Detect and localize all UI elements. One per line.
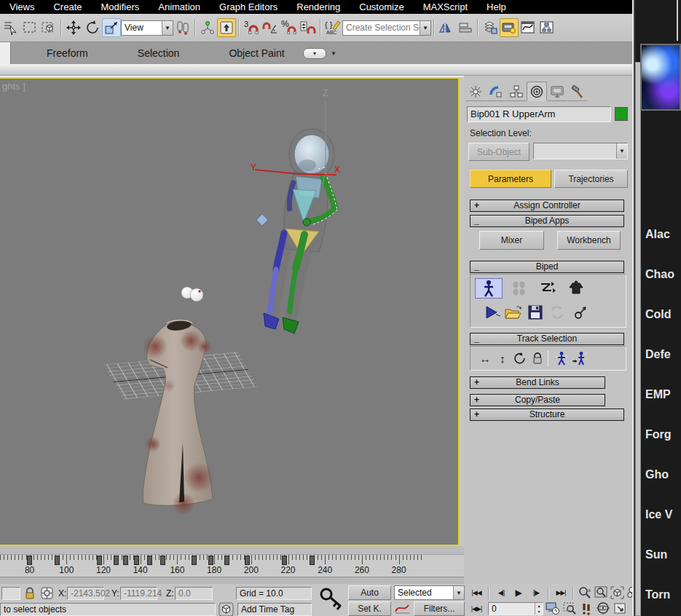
convert-button[interactable] [548,303,567,322]
layer-manager-icon[interactable] [481,18,500,37]
timeline-key[interactable] [27,556,32,565]
timeline-key[interactable] [123,556,128,565]
biped-playback-button[interactable] [484,303,503,322]
rectangular-selection-icon[interactable] [20,18,39,37]
timeline-key[interactable] [208,556,213,565]
set-key-mode-button[interactable]: Set K. [348,601,391,616]
mixer-mode-button[interactable] [567,279,586,298]
load-file-button[interactable] [504,303,523,322]
select-move-icon[interactable] [64,18,83,37]
ribbon-tab-object-paint[interactable]: Object Paint [204,47,309,59]
side-list-item[interactable]: Ice V [645,508,672,521]
chevron-down-icon[interactable]: ▼ [420,21,430,35]
selection-lock-toggle[interactable] [23,586,36,602]
ribbon-options-arrow[interactable]: ▼ [331,50,336,57]
side-list-item[interactable]: Forg [645,428,672,441]
ribbon-active-tab-stub[interactable] [0,42,11,64]
zoom-icon[interactable]: ± [578,585,592,599]
body-horizontal-icon[interactable]: ↔ [476,350,494,366]
snap-3d-icon[interactable]: 3 [242,18,261,37]
rollout-biped-apps[interactable]: _ Biped Apps [470,215,624,227]
parameters-button[interactable]: Parameters [470,170,551,188]
move-all-mode-button[interactable] [571,303,590,322]
object-color-swatch[interactable] [615,107,628,121]
mini-listener[interactable] [1,587,20,600]
go-to-start-button[interactable]: |◀◀ [468,585,484,599]
menu-maxscript[interactable]: MAXScript [414,0,477,14]
frame-spinner[interactable]: ▲ ▼ [535,603,543,615]
side-list-item[interactable]: EMP [645,388,671,401]
rollout-assign-controller[interactable]: + Assign Controller [470,200,624,212]
tab-hierarchy[interactable] [506,82,527,101]
window-crossing-icon[interactable] [39,18,58,37]
tab-modify[interactable] [486,82,506,101]
select-by-name-icon[interactable] [1,18,20,37]
symmetrical-tracks-icon[interactable] [553,350,570,366]
timeline-key[interactable] [245,556,250,565]
side-list-item[interactable]: Sun [645,548,667,561]
rollout-copy-paste[interactable]: + Copy/Paste [470,394,605,406]
side-list-item[interactable]: Cold [645,308,672,321]
spinner-down-icon[interactable]: ▼ [535,609,543,615]
time-configuration-button[interactable] [546,601,560,615]
tab-display[interactable] [547,82,567,101]
ribbon-tab-selection[interactable]: Selection [113,47,205,59]
ribbon-minimize-button[interactable]: ▼ [303,48,326,59]
pan-view-icon[interactable] [579,601,594,615]
body-rotation-icon[interactable] [511,350,529,366]
sphere-props[interactable] [181,287,203,301]
play-button[interactable]: ▶ [511,585,527,599]
side-list-item[interactable]: Gho [645,468,669,481]
chevron-down-icon[interactable]: ▼ [162,21,173,35]
body-vertical-icon[interactable]: ↕ [494,350,511,366]
menu-views[interactable]: Views [0,0,44,14]
select-manipulate-icon[interactable] [198,18,217,37]
menu-rendering[interactable]: Rendering [287,0,350,14]
zoom-extents-icon[interactable] [610,585,624,599]
timeline-key[interactable] [160,556,165,565]
set-key-button[interactable] [318,585,345,616]
tab-create[interactable] [465,82,486,101]
go-to-end-button[interactable]: ▶▶| [553,585,569,599]
mixer-button[interactable]: Mixer [479,231,544,250]
side-list-item[interactable]: Chao [645,268,674,281]
lock-com-icon[interactable] [529,350,546,366]
orbit-icon[interactable] [596,601,610,615]
side-list-item[interactable]: Torn [645,588,670,601]
graphite-ribbon-toggle-icon[interactable] [500,18,519,37]
figure-mode-button[interactable] [475,278,503,299]
named-selection-sets-dropdown[interactable]: Create Selection Se ▼ [342,20,431,36]
timeline-key[interactable] [97,556,102,565]
menu-customize[interactable]: Customize [350,0,413,14]
sub-object-button[interactable]: Sub-Object [468,143,530,161]
select-scale-icon[interactable] [102,18,121,37]
x-coordinate-field[interactable]: -2143.502 [67,587,104,600]
previous-frame-button[interactable]: ◀|| [493,585,509,599]
chevron-down-icon[interactable]: ▼ [616,143,627,159]
object-name-field[interactable]: Bip001 R UpperArm [467,106,611,122]
spinner-snap-icon[interactable] [299,18,318,37]
dress-mesh[interactable] [143,319,214,516]
side-list-item[interactable]: Alac [645,228,670,241]
save-file-button[interactable] [526,303,545,322]
zoom-all-icon[interactable] [594,585,608,599]
key-filter-dropdown[interactable]: Selected ▼ [394,585,465,600]
y-coordinate-field[interactable]: -1119.214 [120,587,157,600]
curve-editor-icon[interactable] [519,18,538,37]
motion-flow-mode-button[interactable] [538,279,556,298]
current-frame-field[interactable]: 0 ▲ ▼ [488,602,543,615]
timeline-key[interactable] [282,556,287,565]
next-frame-button[interactable]: ||▶ [528,585,544,599]
timeline-key[interactable] [147,556,152,565]
menu-help[interactable]: Help [477,0,516,14]
region-zoom-icon[interactable] [562,601,577,615]
rollout-structure[interactable]: + Structure [470,408,624,421]
hand-prop[interactable] [256,214,268,226]
rollout-biped[interactable]: _ Biped [470,261,624,273]
percent-snap-icon[interactable]: % [280,18,299,37]
time-slider-strip[interactable] [0,546,464,555]
auto-key-button[interactable]: Auto [348,585,391,600]
trajectories-button[interactable]: Trajectories [554,170,628,188]
ribbon-tab-freeform[interactable]: Freeform [22,47,113,59]
menu-animation[interactable]: Animation [149,0,210,14]
